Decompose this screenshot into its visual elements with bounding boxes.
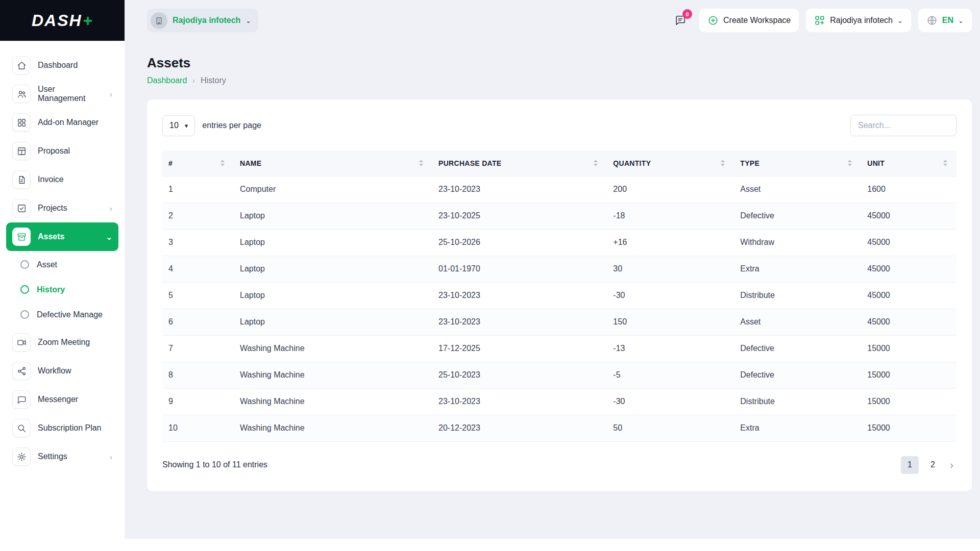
sidebar-item-messenger[interactable]: Messenger — [6, 385, 118, 414]
account-selector[interactable]: Rajodiya infotech ⌄ — [806, 9, 911, 32]
page-size-select[interactable]: 10 ▾ — [162, 115, 195, 136]
cell-index: 5 — [162, 282, 234, 309]
sort-icon[interactable] — [721, 160, 725, 166]
chevron-down-icon: ⌄ — [897, 17, 903, 24]
submenu-item-asset[interactable]: Asset — [14, 252, 118, 277]
topbar: Rajodiya infotech ⌄ 0 Create Workspace R… — [125, 0, 980, 41]
table-row: 10Washing Machine20-12-202350Extra15000 — [162, 415, 957, 441]
messages-button[interactable]: 0 — [669, 9, 692, 32]
column-header-name[interactable]: NAME — [234, 151, 432, 176]
sidebar-nav: Dashboard User Management › Add-on Manag… — [0, 41, 125, 471]
sidebar-item-label: Proposal — [38, 146, 70, 156]
cell-index: 9 — [162, 388, 234, 415]
table-footer: Showing 1 to 10 of 11 entries 1 2 › — [162, 456, 957, 474]
cell-name: Washing Machine — [234, 415, 432, 441]
cell-index: 2 — [162, 203, 234, 229]
sort-icon[interactable] — [943, 160, 947, 166]
cell-name: Washing Machine — [234, 335, 432, 362]
language-selector[interactable]: EN ⌄ — [918, 9, 972, 32]
sort-icon[interactable] — [848, 160, 852, 166]
cell-quantity: -30 — [607, 388, 734, 415]
cell-unit: 45000 — [861, 229, 957, 256]
workspace-selector[interactable]: Rajodiya infotech ⌄ — [147, 9, 258, 32]
column-header-purchase-date[interactable]: PURCHASE DATE — [432, 151, 607, 176]
cell-quantity: +16 — [607, 229, 734, 256]
sidebar-item-proposal[interactable]: Proposal — [6, 137, 118, 165]
column-header-quantity[interactable]: QUANTITY — [607, 151, 734, 176]
cell-name: Computer — [234, 176, 432, 203]
page-2-button[interactable]: 2 — [924, 456, 942, 474]
table-header: # NAME PURCHASE DATE QUANTITY TYPE UNIT — [162, 151, 957, 176]
sidebar-item-projects[interactable]: Projects › — [6, 194, 118, 222]
sidebar-item-invoice[interactable]: Invoice — [6, 165, 118, 194]
table-row: 6Laptop23-10-2023150Asset45000 — [162, 309, 957, 335]
users-icon — [12, 85, 31, 103]
sidebar-item-dashboard[interactable]: Dashboard — [6, 51, 118, 80]
sort-icon[interactable] — [220, 160, 225, 166]
cell-quantity: -30 — [607, 282, 734, 309]
sidebar-item-label: Zoom Meeting — [38, 338, 90, 347]
sidebar-item-user-management[interactable]: User Management › — [6, 80, 118, 108]
chevron-right-icon: › — [110, 453, 112, 461]
cell-unit: 15000 — [861, 335, 957, 362]
globe-icon — [926, 15, 938, 26]
entries-per-page-label: entries per page — [202, 121, 261, 130]
pagination: 1 2 › — [901, 456, 957, 474]
sidebar-item-assets[interactable]: Assets ⌄ — [6, 222, 118, 251]
brand-logo[interactable]: DASH + — [0, 0, 125, 41]
cell-quantity: 150 — [607, 309, 734, 335]
breadcrumb-dashboard-link[interactable]: Dashboard — [147, 76, 187, 85]
cell-name: Laptop — [234, 256, 432, 282]
page-1-button[interactable]: 1 — [901, 456, 919, 474]
cell-purchase-date: 23-10-2023 — [432, 282, 607, 309]
submenu-item-defective-manage[interactable]: Defective Manage — [14, 302, 118, 327]
table-row: 3Laptop25-10-2026+16Withdraw45000 — [162, 229, 957, 256]
sidebar-item-settings[interactable]: Settings › — [6, 442, 118, 471]
search-input[interactable] — [850, 115, 957, 136]
sidebar-item-addon-manager[interactable]: Add-on Manager — [6, 108, 118, 137]
submenu-item-history[interactable]: History — [14, 277, 118, 302]
layout-icon — [12, 142, 31, 160]
sidebar-item-label: User Management — [38, 85, 103, 103]
next-page-button[interactable]: › — [947, 459, 957, 471]
cell-type: Defective — [734, 362, 861, 388]
table-row: 9Washing Machine23-10-2023-30Distribute1… — [162, 388, 957, 415]
cell-type: Extra — [734, 415, 861, 441]
cell-quantity: -13 — [607, 335, 734, 362]
cell-unit: 1600 — [861, 176, 957, 203]
cell-type: Asset — [734, 176, 861, 203]
create-workspace-button[interactable]: Create Workspace — [699, 9, 799, 32]
cell-unit: 15000 — [861, 388, 957, 415]
gear-icon — [12, 447, 31, 466]
cell-index: 10 — [162, 415, 234, 441]
column-header-type[interactable]: TYPE — [734, 151, 861, 176]
circle-icon — [20, 260, 29, 269]
sidebar-item-workflow[interactable]: Workflow — [6, 357, 118, 385]
cell-type: Defective — [734, 335, 861, 362]
table-controls: 10 ▾ entries per page — [162, 115, 957, 136]
messages-badge: 0 — [682, 9, 692, 19]
cell-quantity: 200 — [607, 176, 734, 203]
sidebar-item-label: Dashboard — [38, 61, 78, 70]
sidebar-item-zoom-meeting[interactable]: Zoom Meeting — [6, 328, 118, 357]
table-row: 7Washing Machine17-12-2025-13Defective15… — [162, 335, 957, 362]
building-icon — [151, 12, 167, 29]
cell-unit: 45000 — [861, 203, 957, 229]
cell-quantity: 50 — [607, 415, 734, 441]
cell-type: Extra — [734, 256, 861, 282]
grid-icon — [12, 113, 31, 132]
logo-text: DASH — [32, 11, 82, 30]
sidebar-item-label: Subscription Plan — [38, 423, 102, 433]
cell-name: Laptop — [234, 229, 432, 256]
cell-purchase-date: 01-01-1970 — [432, 256, 607, 282]
column-header-unit[interactable]: UNIT — [861, 151, 957, 176]
language-label: EN — [942, 16, 953, 25]
cell-type: Distribute — [734, 282, 861, 309]
sidebar-item-label: Invoice — [38, 175, 64, 184]
sidebar-item-subscription-plan[interactable]: Subscription Plan — [6, 414, 118, 442]
column-header-index[interactable]: # — [162, 151, 234, 176]
sort-icon[interactable] — [594, 160, 598, 166]
table-body: 1Computer23-10-2023200Asset1600 2Laptop2… — [162, 176, 957, 441]
cell-unit: 45000 — [861, 256, 957, 282]
sort-icon[interactable] — [419, 160, 423, 166]
